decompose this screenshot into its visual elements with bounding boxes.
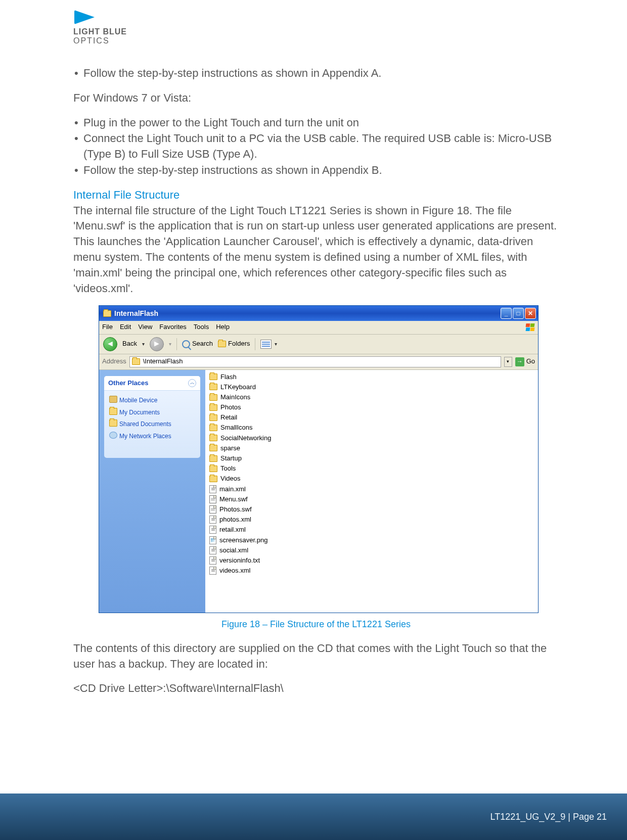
file-item[interactable]: Startup [209, 453, 534, 463]
folder-icon [132, 358, 140, 365]
explorer-window: InternalFlash _ □ ✕ File Edit View Favor… [99, 305, 539, 613]
file-name: SocialNetworking [220, 434, 271, 443]
windows-flag-icon [525, 323, 535, 332]
file-item[interactable]: MainIcons [209, 392, 534, 402]
file-item[interactable]: LTKeyboard [209, 382, 534, 392]
minimize-button[interactable]: _ [501, 308, 512, 319]
file-name: Menu.swf [219, 495, 248, 504]
file-item[interactable]: versioninfo.txt [209, 555, 534, 566]
paragraph: The contents of this directory are suppl… [73, 641, 559, 672]
file-name: retail.xml [219, 525, 246, 534]
network-icon [109, 432, 117, 439]
file-item[interactable]: Videos [209, 474, 534, 484]
side-link-network-places[interactable]: My Network Places [109, 431, 195, 442]
file-list: FlashLTKeyboardMainIconsPhotosRetailSmal… [205, 370, 538, 613]
file-item[interactable]: main.xml [209, 484, 534, 494]
file-name: main.xml [219, 485, 246, 494]
search-button[interactable]: Search [182, 339, 213, 348]
file-name: Startup [220, 454, 242, 463]
maximize-button[interactable]: □ [513, 308, 524, 319]
xml-file-icon [209, 516, 216, 524]
go-button[interactable]: → Go [515, 357, 535, 366]
menu-favorites[interactable]: Favorites [159, 322, 186, 332]
folder-icon [209, 465, 217, 472]
figure-caption: Figure 18 – File Structure of the LT1221… [73, 618, 559, 631]
brand-line1: LIGHT BLUE [73, 27, 127, 36]
folder-icon [209, 435, 217, 441]
file-name: LTKeyboard [220, 383, 256, 392]
views-button[interactable]: ▾ [260, 340, 277, 349]
menu-view[interactable]: View [138, 322, 152, 332]
swf-file-icon [209, 495, 216, 503]
bullet-item: Follow the step-by-step instructions as … [73, 163, 559, 178]
file-item[interactable]: Tools [209, 463, 534, 474]
file-item[interactable]: SmallIcons [209, 423, 534, 433]
address-input[interactable]: \InternalFlash [129, 356, 501, 367]
views-icon [260, 340, 272, 349]
swf-file-icon [209, 505, 216, 514]
xml-file-icon [209, 485, 216, 493]
menu-tools[interactable]: Tools [194, 322, 209, 332]
bullet-item: Follow the step-by-step instructions as … [73, 66, 559, 81]
footer-text: LT1221_UG_V2_9 | Page 21 [490, 812, 607, 822]
address-bar: Address \InternalFlash ▾ → Go [99, 354, 538, 370]
file-item[interactable]: social.xml [209, 545, 534, 555]
chevron-down-icon: ▾ [275, 341, 277, 348]
file-item[interactable]: Photos.swf [209, 504, 534, 515]
bullet-item: Plug in the power to the Light Touch and… [73, 115, 559, 131]
back-label[interactable]: Back [122, 339, 137, 348]
menu-edit[interactable]: Edit [120, 322, 131, 332]
file-item[interactable]: screensaver.png [209, 535, 534, 545]
address-dropdown-icon[interactable]: ▾ [504, 357, 512, 367]
file-name: videos.xml [219, 566, 250, 575]
folder-icon [209, 476, 217, 482]
search-icon [182, 340, 190, 348]
side-link-my-documents[interactable]: My Documents [109, 407, 195, 418]
window-titlebar[interactable]: InternalFlash _ □ ✕ [99, 306, 538, 321]
folder-icon [209, 455, 217, 462]
folder-icon [209, 404, 217, 411]
file-name: Tools [220, 464, 236, 473]
file-item[interactable]: Flash [209, 372, 534, 382]
text-file-icon [209, 556, 216, 565]
menu-file[interactable]: File [102, 322, 113, 332]
file-name: versioninfo.txt [219, 556, 260, 565]
file-item[interactable]: Photos [209, 402, 534, 412]
toolbar: ◄ Back ▾ ► ▾ Search Folders ▾ [99, 335, 538, 354]
file-item[interactable]: SocialNetworking [209, 433, 534, 443]
file-name: Flash [220, 372, 237, 382]
file-item[interactable]: Menu.swf [209, 494, 534, 504]
back-dropdown-icon[interactable]: ▾ [142, 341, 145, 348]
page-footer: LT1221_UG_V2_9 | Page 21 [0, 794, 627, 840]
folders-button[interactable]: Folders [218, 339, 250, 348]
file-item[interactable]: Retail [209, 412, 534, 423]
paragraph: For Windows 7 or Vista: [73, 90, 559, 106]
file-item[interactable]: sparse [209, 443, 534, 453]
file-item[interactable]: videos.xml [209, 566, 534, 576]
file-item[interactable]: retail.xml [209, 525, 534, 535]
xml-file-icon [209, 526, 216, 534]
back-button[interactable]: ◄ [103, 337, 117, 351]
section-heading: Internal File Structure [73, 188, 559, 203]
other-places-panel: Other Places ︿ Mobile Device My Document… [104, 376, 200, 458]
brand-logo: LIGHT BLUE OPTICS [73, 10, 127, 45]
menu-bar: File Edit View Favorites Tools Help [99, 321, 538, 334]
xml-file-icon [209, 546, 216, 554]
menu-help[interactable]: Help [216, 322, 230, 332]
close-button[interactable]: ✕ [525, 308, 536, 319]
folder-icon [209, 374, 217, 380]
file-item[interactable]: photos.xml [209, 515, 534, 525]
file-name: Photos [220, 403, 241, 412]
collapse-icon[interactable]: ︿ [188, 379, 196, 387]
separator [255, 338, 255, 350]
forward-dropdown-icon[interactable]: ▾ [169, 341, 171, 348]
window-title: InternalFlash [114, 309, 158, 319]
bullet-item: Connect the Light Touch unit to a PC via… [73, 131, 559, 162]
image-file-icon [209, 536, 216, 544]
folder-icon [103, 310, 111, 317]
file-name: photos.xml [219, 515, 251, 524]
side-link-shared-documents[interactable]: Shared Documents [109, 418, 195, 430]
forward-button[interactable]: ► [150, 337, 164, 351]
side-link-mobile-device[interactable]: Mobile Device [109, 395, 195, 406]
folder-icon [109, 408, 117, 415]
